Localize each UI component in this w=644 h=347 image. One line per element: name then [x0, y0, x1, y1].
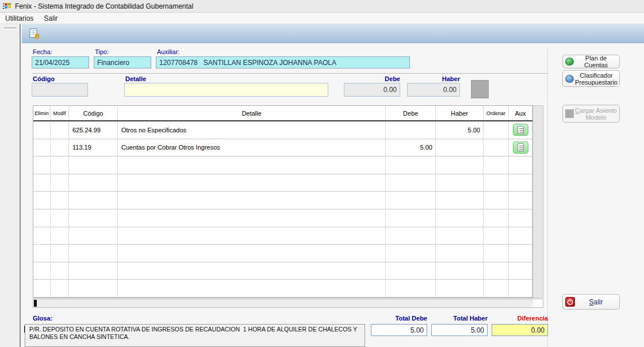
cell-haber	[436, 227, 484, 245]
scrollbar-corner	[533, 299, 543, 307]
salir-button[interactable]: Salir	[562, 294, 620, 310]
cell-detalle	[118, 209, 386, 227]
cell-codigo: 113.19	[69, 139, 118, 157]
codigo-input[interactable]	[32, 83, 88, 97]
plan-de-cuentas-button[interactable]: Plan de Cuentas	[562, 55, 620, 68]
table-row[interactable]	[33, 280, 532, 298]
green-sphere-icon	[565, 58, 574, 66]
header-detalle[interactable]: Detalle	[118, 106, 386, 120]
cell-modif	[51, 280, 69, 297]
cell-aux	[509, 157, 532, 174]
header-debe[interactable]: Debe	[386, 106, 436, 120]
cargar-asiento-label: Cargar Asiento Modelo	[575, 107, 617, 121]
blue-sphere-icon	[565, 75, 574, 83]
cell-haber	[436, 280, 484, 297]
table-row[interactable]: 625.24.99Otros no Especificados5.00	[33, 121, 532, 139]
clasificador-presupuestario-button[interactable]: Clasificador Presupuestario	[562, 70, 620, 87]
title-bar[interactable]: Fenix - Sistema Integrado de Contabilida…	[0, 0, 644, 13]
cell-elimin	[33, 174, 51, 192]
table-row[interactable]: 113.19Cuentas por Cobrar Otros Ingresos5…	[33, 139, 532, 157]
entry-table-body: 625.24.99Otros no Especificados5.00113.1…	[33, 121, 532, 298]
auxiliar-field[interactable]: 1207708478 SANTILLAN ESPINOZA JOHANNA PA…	[156, 56, 410, 68]
table-row[interactable]	[33, 174, 532, 192]
entry-table: Elimin Modif Código Detalle Debe Haber O…	[33, 105, 533, 298]
header-haber[interactable]: Haber	[436, 106, 484, 120]
cell-ordenar	[484, 209, 509, 227]
cell-detalle	[118, 174, 386, 192]
header-modif[interactable]: Modif	[51, 106, 69, 120]
cell-elimin	[33, 157, 51, 174]
vertical-scrollbar[interactable]	[533, 105, 543, 298]
cell-debe	[386, 262, 436, 280]
cell-codigo	[69, 209, 118, 227]
cell-modif	[51, 174, 69, 192]
table-row[interactable]	[33, 209, 532, 227]
cell-ordenar	[484, 174, 509, 192]
cell-detalle	[118, 262, 386, 280]
detalle-label: Detalle	[125, 75, 146, 82]
table-row[interactable]	[33, 157, 532, 174]
cell-codigo	[69, 157, 118, 174]
toolbar	[22, 24, 644, 43]
haber-input[interactable]: 0.00	[407, 83, 460, 97]
cell-aux	[509, 209, 532, 227]
cell-debe	[386, 157, 436, 174]
table-row[interactable]	[33, 192, 532, 209]
cell-detalle	[118, 245, 386, 262]
table-row[interactable]	[33, 262, 532, 280]
cell-aux	[509, 139, 532, 157]
cell-debe	[386, 192, 436, 209]
cell-aux	[509, 262, 532, 280]
total-debe-label: Total Debe	[371, 315, 427, 322]
diferencia-label: Diferencia	[492, 315, 548, 322]
cell-codigo	[69, 245, 118, 262]
tipo-field[interactable]: Financiero	[94, 56, 151, 68]
table-row[interactable]	[33, 227, 532, 245]
cargar-asiento-modelo-button[interactable]: Cargar Asiento Modelo	[562, 105, 620, 123]
debe-input[interactable]: 0.00	[344, 83, 400, 97]
table-row[interactable]	[33, 245, 532, 262]
glosa-textarea[interactable]: P/R. DEPOSITO EN CUENTA ROTATIVA DE INGR…	[25, 324, 365, 347]
new-entry-button[interactable]	[27, 26, 42, 41]
cell-detalle	[118, 192, 386, 209]
cell-aux	[509, 192, 532, 209]
left-dock-strip[interactable]	[0, 24, 21, 347]
cell-detalle	[118, 280, 386, 297]
header-elimin[interactable]: Elimin	[33, 106, 51, 120]
horizontal-scrollbar[interactable]	[33, 299, 543, 308]
cell-debe	[386, 227, 436, 245]
fecha-field[interactable]: 21/04/2025	[32, 56, 89, 68]
scrollbar-thumb[interactable]	[34, 300, 37, 307]
document-coins-icon	[28, 28, 41, 40]
tipo-label: Tipo:	[95, 48, 109, 55]
cell-elimin	[33, 262, 51, 280]
cell-ordenar	[484, 121, 509, 139]
cell-elimin	[33, 227, 51, 245]
cell-codigo	[69, 174, 118, 192]
cell-elimin	[33, 209, 51, 227]
cell-codigo	[69, 280, 118, 297]
app-window: Fenix - Sistema Integrado de Contabilida…	[0, 0, 644, 347]
cell-elimin	[33, 192, 51, 209]
cell-ordenar	[484, 139, 509, 157]
cell-modif	[51, 121, 69, 139]
header-codigo[interactable]: Código	[69, 106, 118, 120]
total-haber-value: 5.00	[431, 324, 488, 336]
aux-button[interactable]	[513, 142, 528, 154]
menu-salir[interactable]: Salir	[39, 13, 63, 24]
aux-button[interactable]	[513, 124, 528, 136]
entry-action-button[interactable]	[471, 80, 489, 98]
cell-codigo: 625.24.99	[69, 121, 118, 139]
cell-modif	[51, 192, 69, 209]
cell-ordenar	[484, 280, 509, 297]
detalle-input[interactable]	[124, 83, 328, 97]
cell-debe: 5.00	[386, 139, 436, 157]
menu-utilitarios[interactable]: Utilitarios	[0, 13, 39, 24]
cell-detalle	[118, 227, 386, 245]
cell-aux	[509, 174, 532, 192]
cell-modif	[51, 262, 69, 280]
header-aux[interactable]: Aux	[509, 106, 532, 120]
header-ordenar[interactable]: Ordenar	[484, 106, 509, 120]
cell-ordenar	[484, 192, 509, 209]
auxiliar-label: Auxiliar:	[157, 48, 179, 55]
